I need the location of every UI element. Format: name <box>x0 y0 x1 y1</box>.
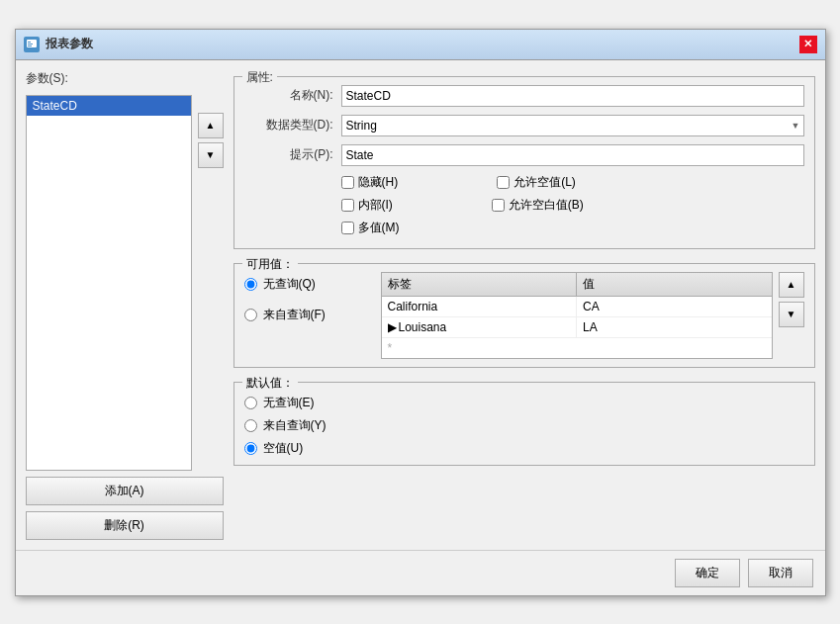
close-button[interactable]: ✕ <box>799 36 817 53</box>
default-radios: 无查询(E) 来自查询(Y) 空值(U) <box>244 395 804 457</box>
internal-checkbox-item: 内部(I) <box>341 197 393 214</box>
no-query-radio[interactable] <box>244 278 257 291</box>
hidden-checkbox[interactable] <box>341 176 354 189</box>
title-bar: 报表参数 ✕ <box>16 30 825 60</box>
svg-rect-2 <box>28 44 33 45</box>
prompt-row: 提示(P): <box>244 144 804 166</box>
add-button[interactable]: 添加(A) <box>26 477 224 505</box>
default-null-label: 空值(U) <box>263 440 304 457</box>
available-values-title: 可用值： <box>242 256 298 273</box>
left-panel: 参数(S): StateCD ▲ ▼ 添加(A) 删除(R) <box>26 70 224 540</box>
prompt-input[interactable] <box>341 144 804 166</box>
multi-checkbox[interactable] <box>341 222 354 234</box>
cell-value-0: CA <box>577 297 772 316</box>
data-type-row: 数据类型(D): String Integer Boolean DateTime… <box>244 115 804 136</box>
radio-options-col: 无查询(Q) 来自查询(F) <box>244 272 373 359</box>
default-null-item: 空值(U) <box>244 440 804 457</box>
table-row[interactable]: ▶Louisana LA <box>382 317 772 338</box>
col-label: 标签 <box>382 273 578 296</box>
dialog-footer: 确定 取消 <box>16 550 825 595</box>
from-query-radio-item: 来自查询(F) <box>244 307 373 323</box>
from-query-label: 来自查询(F) <box>263 307 326 323</box>
data-type-label: 数据类型(D): <box>244 117 333 134</box>
table-header: 标签 值 <box>382 273 772 297</box>
table-new-row[interactable]: * <box>382 338 772 358</box>
available-values-section: 可用值： 无查询(Q) 来自查询(F) <box>233 263 815 368</box>
internal-checkbox[interactable] <box>341 199 354 212</box>
name-label: 名称(N): <box>244 87 333 104</box>
default-from-query-label: 来自查询(Y) <box>263 417 327 434</box>
report-params-dialog: 报表参数 ✕ 参数(S): StateCD ▲ ▼ 添加(A) 删除(R) <box>15 29 826 596</box>
name-input[interactable] <box>341 85 804 107</box>
param-list-item[interactable]: StateCD <box>27 96 191 116</box>
svg-rect-1 <box>28 42 31 43</box>
params-section-label: 参数(S): <box>26 70 224 87</box>
cell-label-1: ▶Louisana <box>382 317 578 337</box>
no-query-radio-item: 无查询(Q) <box>244 276 373 293</box>
move-down-button[interactable]: ▼ <box>198 142 224 168</box>
default-values-section: 默认值： 无查询(E) 来自查询(Y) 空值(U) <box>233 382 815 466</box>
attributes-group: 属性: 名称(N): 数据类型(D): String Integer Boole… <box>233 76 815 249</box>
table-move-down-button[interactable]: ▼ <box>779 302 804 327</box>
param-list[interactable]: StateCD <box>26 95 192 471</box>
default-null-radio[interactable] <box>244 442 257 455</box>
allow-null-checkbox-item: 允许空值(L) <box>497 174 576 191</box>
allow-null-checkbox[interactable] <box>497 176 510 189</box>
prompt-label: 提示(P): <box>244 146 333 163</box>
allow-blank-checkbox[interactable] <box>492 199 505 212</box>
hidden-label: 隐藏(H) <box>358 174 399 191</box>
dialog-icon <box>24 37 40 52</box>
hidden-checkbox-item: 隐藏(H) <box>341 174 399 191</box>
table-move-up-button[interactable]: ▲ <box>779 272 804 298</box>
default-no-query-item: 无查询(E) <box>244 395 804 411</box>
left-actions: 添加(A) 删除(R) <box>26 477 224 540</box>
table-row[interactable]: California CA <box>382 297 772 317</box>
values-table-col: 标签 值 California CA ▶Louisana <box>381 272 804 359</box>
multi-label: 多值(M) <box>358 220 400 236</box>
svg-rect-3 <box>28 45 32 46</box>
data-type-select[interactable]: String Integer Boolean DateTime <box>341 115 804 136</box>
col-value: 值 <box>577 273 772 296</box>
ok-button[interactable]: 确定 <box>675 559 740 587</box>
allow-null-label: 允许空值(L) <box>513 174 576 191</box>
multi-checkbox-item: 多值(M) <box>341 220 400 236</box>
delete-button[interactable]: 删除(R) <box>26 511 224 540</box>
dialog-title: 报表参数 <box>46 36 93 52</box>
internal-label: 内部(I) <box>358 197 393 214</box>
no-query-label: 无查询(Q) <box>263 276 316 293</box>
from-query-radio[interactable] <box>244 309 257 321</box>
default-from-query-radio[interactable] <box>244 419 257 432</box>
move-up-button[interactable]: ▲ <box>198 113 224 138</box>
right-panel: 属性: 名称(N): 数据类型(D): String Integer Boole… <box>233 70 815 540</box>
allow-blank-checkbox-item: 允许空白值(B) <box>492 197 584 214</box>
cancel-button[interactable]: 取消 <box>748 559 813 587</box>
title-bar-left: 报表参数 <box>24 36 93 52</box>
attributes-title: 属性: <box>242 69 277 86</box>
default-no-query-radio[interactable] <box>244 397 257 409</box>
dialog-body: 参数(S): StateCD ▲ ▼ 添加(A) 删除(R) 属性: <box>16 60 825 550</box>
table-buttons: ▲ ▼ <box>779 272 804 359</box>
name-row: 名称(N): <box>244 85 804 107</box>
default-no-query-label: 无查询(E) <box>263 395 315 411</box>
values-table: 标签 值 California CA ▶Louisana <box>381 272 773 359</box>
list-side-buttons: ▲ ▼ <box>198 95 224 471</box>
cell-value-1: LA <box>577 317 772 337</box>
data-type-select-wrapper: String Integer Boolean DateTime ▼ <box>341 115 804 136</box>
allow-blank-label: 允许空白值(B) <box>509 197 584 214</box>
row-expand-icon: ▶ <box>388 320 397 334</box>
default-from-query-item: 来自查询(Y) <box>244 417 804 434</box>
available-content: 无查询(Q) 来自查询(F) 标签 值 <box>244 272 804 359</box>
default-values-title: 默认值： <box>242 375 298 392</box>
cell-label-0: California <box>382 297 578 316</box>
